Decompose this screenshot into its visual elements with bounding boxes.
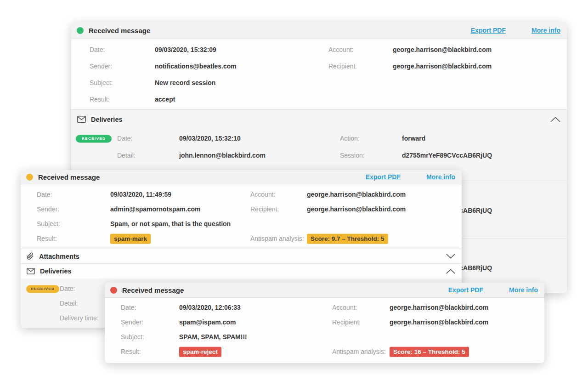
header-links: Export PDF More info [448, 286, 539, 294]
field-row: Subject: Spam, or not spam, that is the … [21, 216, 462, 231]
field-label: Account: [250, 191, 275, 198]
field-value: george.harrison@blackbird.com [393, 46, 492, 53]
field-value: george.harrison@blackbird.com [307, 191, 406, 198]
field-row: Sender: spam@ispam.com Recipient: george… [105, 315, 544, 330]
export-pdf-link[interactable]: Export PDF [471, 27, 506, 34]
field-row: Date: 09/03/2020, 11:49:59 Account: geor… [21, 187, 462, 202]
more-info-link[interactable]: More info [426, 173, 455, 181]
field-row: Date: 09/03/2020, 15:32:09 Account: geor… [71, 41, 567, 58]
envelope-icon [27, 268, 35, 274]
field-row: Result: accept [71, 91, 567, 108]
field-row: Result: spam-mark Antispam analysis: Sco… [21, 231, 462, 246]
antispam-score-badge: Score: 16 – Threshold: 5 [390, 348, 469, 355]
attachments-section-header[interactable]: Attachments [21, 249, 462, 263]
field-label: Subject: [90, 80, 113, 86]
field-row: Result: spam-reject Antispam analysis: S… [105, 344, 544, 359]
field-value: 09/03/2020, 12:06:33 [179, 304, 241, 311]
export-pdf-link[interactable]: Export PDF [366, 173, 401, 181]
field-row: Subject: New record session [71, 74, 567, 91]
antispam-score-badge: Score: 9.7 – Threshold: 5 [307, 235, 388, 242]
card-title: Received message [89, 27, 150, 34]
field-label: Detail: [117, 152, 136, 159]
field-value: george.harrison@blackbird.com [307, 206, 406, 212]
field-value: 09/03/2020, 15:32:10 [179, 135, 241, 142]
deliveries-section-header[interactable]: Deliveries [71, 109, 567, 129]
field-value: spam@ispam.com [179, 319, 236, 325]
field-value: 09/03/2020, 11:49:59 [110, 191, 171, 198]
field-label: Subject: [121, 334, 144, 340]
field-label: Recipient: [328, 63, 357, 69]
field-label: Antispam analysis: [250, 235, 304, 242]
field-value: accept [155, 96, 175, 102]
field-row: Sender: notifications@beatles.com Recipi… [71, 58, 567, 74]
status-dot-green [77, 27, 84, 34]
field-label: Subject: [37, 221, 60, 227]
status-dot-yellow [26, 174, 33, 181]
status-dot-red [110, 287, 117, 294]
delivery-row: RECEIVED Date: 09/03/2020, 15:32:10 Acti… [71, 133, 567, 143]
field-label: Result: [90, 96, 110, 102]
received-badge: RECEIVED [76, 134, 112, 143]
field-value: forward [402, 135, 425, 142]
field-label: Delivery time: [60, 315, 99, 321]
header-links: Export PDF More info [471, 27, 561, 34]
section-title: Deliveries [91, 116, 123, 123]
field-label: Sender: [90, 63, 112, 69]
field-label: Sender: [121, 319, 143, 325]
card-header: Received message Export PDF More info [21, 170, 462, 184]
field-label: Sender: [37, 206, 59, 212]
field-value: New record session [155, 80, 215, 86]
header-links: Export PDF More info [366, 173, 456, 181]
field-label: Date: [60, 285, 75, 292]
field-label: Recipient: [332, 319, 361, 325]
envelope-icon [77, 116, 86, 123]
field-label: Date: [90, 46, 105, 53]
field-row: Sender: admin@spamornotspam.com Recipien… [21, 202, 462, 216]
more-info-link[interactable]: More info [509, 286, 538, 294]
field-label: Antispam analysis: [332, 348, 386, 355]
field-value: john.lennon@blackbird.com [179, 152, 266, 159]
result-badge: spam-mark [110, 235, 151, 242]
field-value: george.harrison@blackbird.com [390, 319, 488, 325]
field-label: Result: [121, 348, 141, 355]
field-value: 09/03/2020, 15:32:09 [155, 46, 216, 53]
section-title: Attachments [39, 253, 79, 260]
chevron-up-icon[interactable] [550, 117, 561, 122]
field-label: Account: [332, 304, 357, 311]
field-row: Date: 09/03/2020, 12:06:33 Account: geor… [105, 300, 544, 315]
chevron-down-icon[interactable] [446, 254, 456, 259]
field-value: SPAM, SPAM, SPAM!!! [179, 334, 247, 340]
section-title: Deliveries [40, 267, 72, 275]
field-value: notifications@beatles.com [155, 63, 237, 69]
more-info-link[interactable]: More info [531, 27, 560, 34]
field-label: Detail: [60, 300, 78, 307]
field-label: Account: [328, 46, 353, 53]
field-row: Subject: SPAM, SPAM, SPAM!!! [105, 330, 544, 344]
paperclip-icon [27, 252, 34, 260]
card-title: Received message [122, 286, 184, 294]
result-badge: spam-reject [179, 348, 221, 355]
card-header: Received message Export PDF More info [105, 283, 544, 298]
field-label: Date: [117, 135, 132, 142]
field-value: george.harrison@blackbird.com [393, 63, 492, 69]
field-value: d2755mrYeF89CVccAB6RjUQ [402, 152, 492, 159]
field-value: admin@spamornotspam.com [110, 206, 200, 212]
field-label: Recipient: [250, 206, 279, 212]
field-value: Spam, or not spam, that is the question [110, 221, 231, 227]
card-title: Received message [38, 173, 100, 181]
message-card-spam-rejected: Received message Export PDF More info Da… [105, 283, 544, 363]
message-summary: Date: 09/03/2020, 12:06:33 Account: geor… [105, 298, 544, 363]
message-summary: Date: 09/03/2020, 15:32:09 Account: geor… [71, 39, 567, 109]
field-label: Date: [37, 191, 52, 198]
chevron-up-icon[interactable] [446, 269, 456, 274]
delivery-row: Detail: john.lennon@blackbird.com Sessio… [71, 150, 567, 160]
deliveries-section-header[interactable]: Deliveries [21, 263, 462, 278]
field-label: Date: [121, 304, 136, 311]
field-label: Session: [340, 152, 365, 159]
field-value: george.harrison@blackbird.com [390, 304, 488, 311]
message-summary: Date: 09/03/2020, 11:49:59 Account: geor… [21, 184, 462, 249]
field-label: Action: [340, 135, 360, 142]
card-header: Received message Export PDF More info [71, 22, 567, 39]
field-label: Result: [37, 235, 57, 242]
export-pdf-link[interactable]: Export PDF [448, 286, 483, 294]
